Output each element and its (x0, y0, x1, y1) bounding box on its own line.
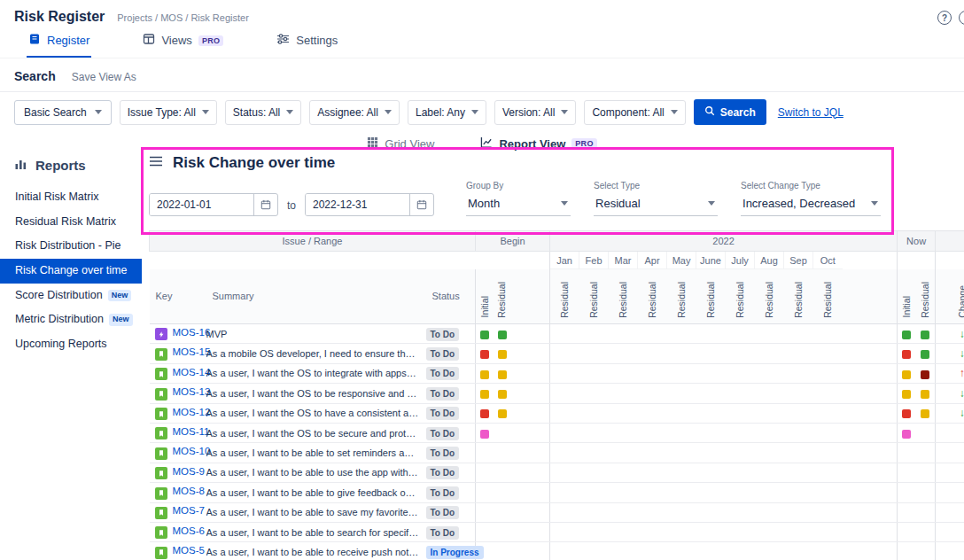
month-cell-sep (784, 363, 813, 383)
month-cell-jan (550, 423, 579, 442)
date-from-input[interactable] (150, 194, 253, 215)
issue-key-link[interactable]: MOS-14 (173, 367, 211, 377)
calendar-icon[interactable] (253, 194, 277, 215)
now-residual-cell (916, 423, 936, 442)
date-to-input[interactable] (306, 194, 409, 215)
story-icon (155, 348, 167, 361)
tab-settings[interactable]: Settings (275, 27, 339, 58)
month-cell-jan (550, 522, 579, 541)
begin-residual-cell (494, 403, 511, 423)
menu-icon[interactable] (149, 155, 163, 171)
grid-view-toggle[interactable]: Grid View (367, 136, 434, 151)
month-cell-june (696, 384, 726, 403)
month-cell-aug (755, 384, 784, 403)
month-cell-mar (609, 502, 638, 522)
month-cell-june (696, 443, 726, 463)
select-type-select[interactable]: Residual (594, 195, 718, 216)
month-cell-oct (813, 344, 843, 363)
filter-dropdown[interactable]: Assignee: All (309, 100, 400, 125)
now-initial-cell (898, 502, 916, 522)
calendar-icon[interactable] (409, 194, 433, 215)
filter-dropdown[interactable]: Component: All (584, 100, 685, 125)
sidebar-items: Initial Risk MatrixResidual Risk MatrixR… (0, 185, 142, 356)
issue-key-link[interactable]: MOS-11 (173, 426, 210, 437)
basic-search-dropdown[interactable]: Basic Search (14, 100, 112, 125)
story-icon (155, 447, 167, 460)
info-icon[interactable]: i (959, 11, 964, 25)
issue-key-link[interactable]: MOS-7 (173, 505, 205, 516)
filter-dropdown[interactable]: Label: Any (408, 100, 486, 125)
month-cell-apr (638, 384, 667, 403)
month-cell-oct (813, 522, 843, 541)
month-cell-may (667, 522, 696, 541)
risk-square-yellow (480, 370, 489, 379)
sidebar-item-initial-risk-matrix[interactable]: Initial Risk Matrix (0, 185, 142, 210)
sidebar-item-residual-risk-matrix[interactable]: Residual Risk Matrix (0, 210, 142, 235)
begin-initial-cell (476, 522, 494, 541)
sidebar-item-score-distribution[interactable]: Score DistributionNew (0, 284, 142, 308)
month-cell-oct (813, 483, 843, 502)
month-cell-oct (813, 502, 843, 522)
switch-to-jql-link[interactable]: Switch to JQL (778, 106, 844, 119)
month-cell-sep (784, 324, 813, 344)
help-icon[interactable]: ? (937, 11, 952, 25)
change-cell: ↓ (936, 324, 964, 344)
issue-key-link[interactable]: MOS-16 (173, 327, 211, 338)
month-cell-feb (579, 522, 609, 541)
filter-dropdown[interactable]: Issue Type: All (120, 100, 217, 125)
report-view-toggle[interactable]: Report View PRO (480, 136, 596, 151)
issue-key-link[interactable]: MOS-6 (173, 525, 205, 536)
month-cell-july (726, 403, 755, 423)
month-header-aug: Aug (755, 252, 784, 269)
filter-dropdown[interactable]: Version: All (494, 100, 576, 125)
column-header-row: Key Summary Status Initial Residual Resi… (150, 269, 964, 324)
story-icon (155, 507, 167, 519)
now-initial-cell (898, 423, 916, 442)
sidebar-item-metric-distribution[interactable]: Metric DistributionNew (0, 307, 142, 332)
issue-key-cell: MOS-11 (150, 423, 206, 442)
issue-key-cell: MOS-12 (150, 403, 206, 423)
sidebar-item-risk-change-over-time[interactable]: Risk Change over time (0, 259, 142, 284)
issue-key-link[interactable]: MOS-15 (173, 346, 211, 357)
sidebar-item-upcoming-reports[interactable]: Upcoming Reports (0, 332, 142, 357)
group-change-spacer (936, 231, 964, 252)
month-cell-mar (609, 463, 638, 482)
begin-spacer (511, 403, 550, 423)
tab-views[interactable]: Views PRO (141, 27, 225, 58)
issue-key-link[interactable]: MOS-13 (173, 386, 211, 397)
now-initial-cell (898, 522, 916, 541)
date-from-field (149, 193, 278, 216)
column-header-status: Status (426, 269, 476, 324)
group-by-select[interactable]: Month (466, 195, 571, 216)
breadcrumb: Projects / MOS / Risk Register (117, 12, 249, 23)
months-spacer (843, 542, 898, 560)
issue-key-link[interactable]: MOS-9 (173, 466, 205, 477)
issue-key-link[interactable]: MOS-5 (173, 545, 205, 556)
issue-key-link[interactable]: MOS-10 (173, 446, 211, 456)
issue-key-link[interactable]: MOS-12 (173, 407, 211, 417)
month-cell-june (696, 463, 726, 482)
begin-spacer (511, 502, 550, 522)
risk-square-yellow (498, 350, 507, 359)
month-cell-may (667, 483, 696, 502)
issue-summary: MVP (206, 324, 426, 344)
select-change-type-label: Select Change Type (741, 181, 881, 191)
tab-register[interactable]: Register (27, 27, 91, 58)
column-header-residual: Residual (609, 269, 638, 324)
story-icon (155, 487, 167, 500)
chevron-down-icon (202, 110, 209, 114)
change-cell (936, 443, 964, 463)
search-button[interactable]: Search (694, 99, 766, 125)
save-view-as-link[interactable]: Save View As (72, 71, 136, 83)
month-cell-oct (813, 324, 843, 344)
issue-key-link[interactable]: MOS-8 (173, 486, 205, 496)
spacer (843, 269, 898, 324)
now-initial-cell (898, 463, 916, 482)
select-change-type-select[interactable]: Increased, Decreased (741, 195, 881, 216)
begin-initial-cell (476, 463, 494, 482)
filter-dropdown[interactable]: Status: All (225, 100, 301, 125)
register-icon (28, 33, 41, 48)
sidebar-item-risk-distribution-pie[interactable]: Risk Distribution - Pie (0, 234, 142, 259)
table-row: MOS-15As a mobile OS developer, I need t… (150, 344, 964, 363)
month-cell-apr (638, 324, 667, 344)
